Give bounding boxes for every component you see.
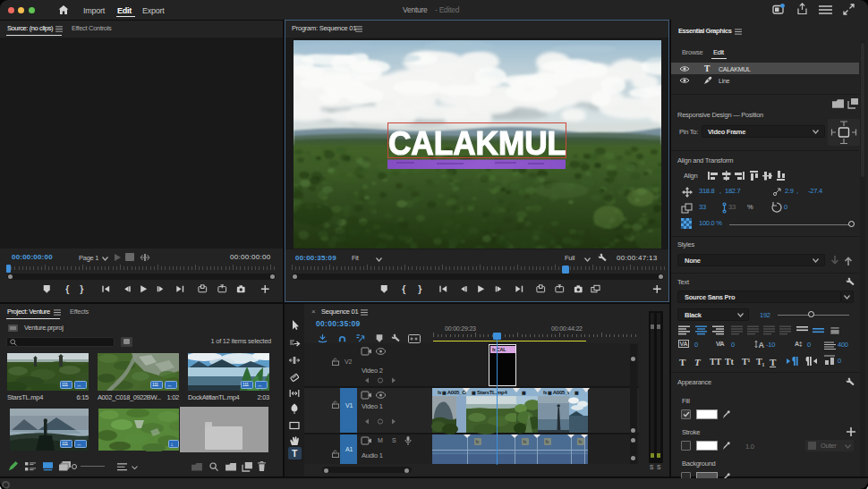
svg-text:}: } — [418, 283, 421, 294]
svg-text:{: { — [65, 283, 69, 294]
svg-text:{: { — [402, 283, 405, 294]
svg-text:A: A — [759, 341, 765, 350]
svg-text:}: } — [80, 283, 83, 294]
